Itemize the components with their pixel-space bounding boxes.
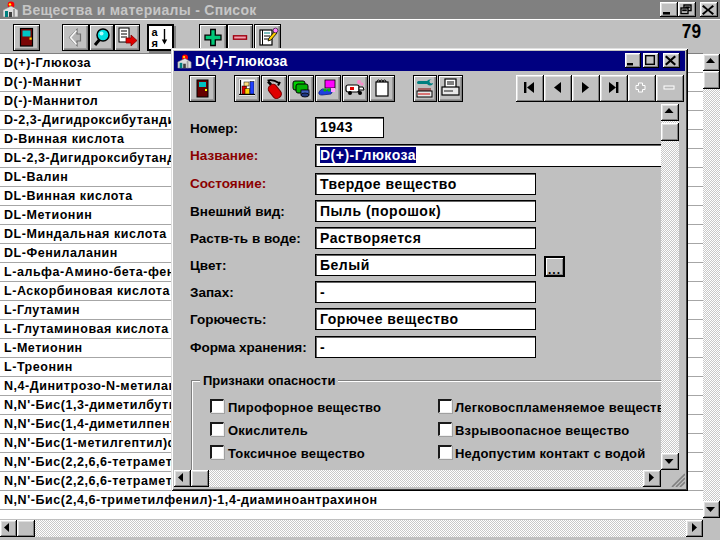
svg-text:я: я: [152, 37, 158, 49]
